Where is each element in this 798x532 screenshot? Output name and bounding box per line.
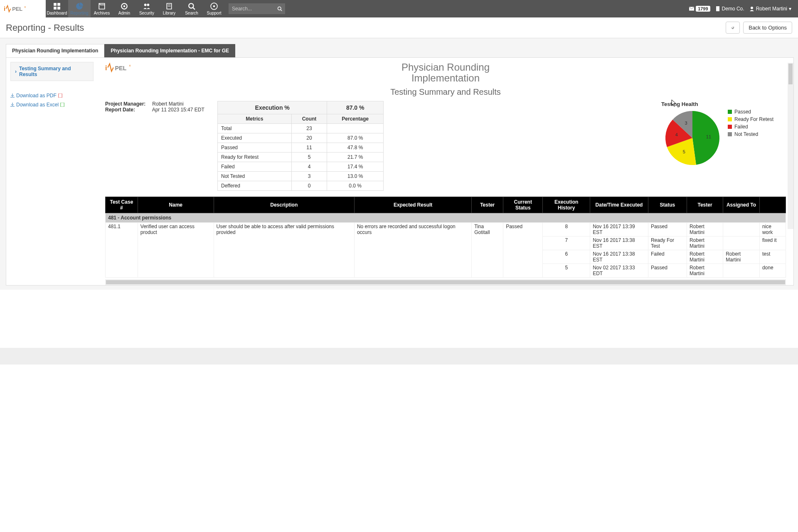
chevron-down-icon: ▾ [789,6,791,12]
svg-point-10 [147,3,150,6]
nav-library[interactable]: Library [158,0,180,17]
svg-point-21 [751,7,753,9]
search-input[interactable] [229,3,274,14]
svg-line-14 [193,7,195,10]
download-icon [10,94,15,98]
svg-point-16 [213,5,215,7]
page-title: Reporting - Results [6,22,84,33]
nav-admin[interactable]: Admin [113,0,135,17]
notifications[interactable]: 1799 [689,6,710,12]
user-label: Robert Martini [756,6,787,12]
vertical-scrollbar[interactable] [788,63,793,229]
svg-text:x: x [129,64,131,67]
horizontal-scrollbar[interactable] [105,279,786,285]
chart-title: Testing Health [661,101,786,107]
cursor-icon [671,99,677,107]
nav-reporting[interactable]: Reporting [68,0,91,17]
refresh-button[interactable] [726,22,740,34]
report-title: Physician RoundingImplementation [143,62,749,84]
user-menu[interactable]: Robert Martini ▾ [749,6,791,12]
svg-point-13 [189,3,193,8]
nav-security[interactable]: Security [135,0,158,17]
svg-text:3: 3 [685,121,687,126]
svg-rect-22 [59,94,62,98]
tree-item-results[interactable]: › Testing Summary and Results [10,62,94,81]
refresh-icon [731,25,734,31]
footer [0,348,798,365]
svg-text:PEL: PEL [12,6,22,12]
svg-text:i: i [4,5,5,12]
svg-rect-5 [54,7,57,10]
tree-item-label: Testing Summary and Results [19,66,89,77]
svg-rect-20 [716,6,719,11]
pie-chart: 11543 [661,109,724,167]
app-logo[interactable]: iPELx [0,0,46,17]
search-button[interactable] [274,3,285,14]
metrics-table: Execution %87.0 % MetricsCountPercentage… [217,101,384,191]
svg-text:5: 5 [683,149,685,154]
svg-text:PEL: PEL [115,65,126,71]
nav-archives[interactable]: Archives [91,0,113,17]
pdf-icon [58,94,62,98]
svg-rect-23 [61,103,64,107]
svg-text:i: i [105,64,107,71]
svg-rect-4 [57,3,60,6]
svg-text:11: 11 [706,134,711,139]
main-nav: DashboardReportingArchivesAdminSecurityL… [46,0,225,17]
chart-legend: PassedReady For RetestFailedNot Tested [728,109,773,139]
user-icon [749,6,754,11]
svg-point-17 [278,7,281,10]
download-excel[interactable]: Download as Excel [10,102,94,108]
results-table: Test Case #NameDescriptionExpected Resul… [105,197,786,278]
company-label: Demo Co. [722,6,744,12]
svg-text:4: 4 [675,132,678,137]
svg-text:x: x [25,5,26,9]
report-logo: iPELx [105,62,143,74]
svg-rect-3 [54,3,57,6]
report-meta: Project Manager: Robert Martini Report D… [105,101,209,191]
back-button[interactable]: Back to Options [743,22,792,34]
company-menu[interactable]: Demo Co. [715,6,744,12]
svg-point-8 [123,5,126,7]
nav-dashboard[interactable]: Dashboard [46,0,68,17]
tab[interactable]: Physician Rounding Implementation - EMC … [104,44,235,57]
mail-icon [689,6,694,11]
chevron-right-icon: › [15,69,17,74]
report-subtitle: Testing Summary and Results [105,87,786,97]
svg-line-18 [281,10,282,11]
building-icon [715,6,720,11]
svg-point-9 [144,3,147,6]
notification-badge: 1799 [696,6,710,12]
download-icon [10,103,15,107]
nav-support[interactable]: Support [203,0,225,17]
excel-icon [60,103,64,107]
nav-search[interactable]: Search [180,0,203,17]
tab[interactable]: Physician Rounding Implementation [6,44,104,57]
svg-rect-6 [57,7,60,10]
download-pdf[interactable]: Download as PDF [10,93,94,99]
